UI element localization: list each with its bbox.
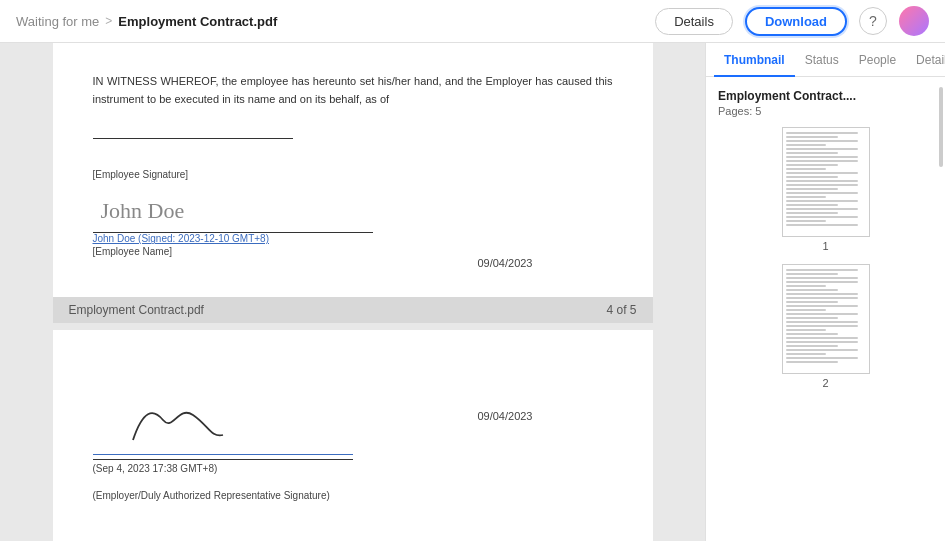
employer-sig-label: (Employer/Duly Authorized Representative… [93,490,613,501]
page4-underline [93,124,293,139]
main-layout: IN WITNESS WHEREOF, the employee has her… [0,43,945,541]
signature-block: [Employee Signature] John Doe John Doe (… [93,169,613,257]
employee-sig-label: [Employee Signature] [93,169,613,180]
download-button[interactable]: Download [745,7,847,36]
doc-page-4: IN WITNESS WHEREOF, the employee has her… [53,43,653,297]
breadcrumb-waiting[interactable]: Waiting for me [16,14,99,29]
page-4-footer: Employment Contract.pdf 4 of 5 [53,297,653,323]
thumbnail-title: Employment Contract.... [718,89,933,103]
breadcrumb-separator: > [105,14,112,28]
sig-date-right: 09/04/2023 [477,257,532,269]
signed-text[interactable]: John Doe (Signed: 2023-12-10 GMT+8) [93,233,613,244]
thumb-num-2: 2 [718,377,933,389]
employer-sig-svg [93,400,273,450]
tab-thumbnail[interactable]: Thumbnail [714,43,795,77]
employer-sig-graphic [93,400,353,455]
thumbnail-pages: Pages: 5 [718,105,933,117]
app-header: Waiting for me > Employment Contract.pdf… [0,0,945,43]
page4-intro-text: IN WITNESS WHEREOF, the employee has her… [93,73,613,108]
thumb-num-1: 1 [718,240,933,252]
thumb-img-1 [782,127,870,237]
thumb-item-1[interactable]: 1 [718,127,933,252]
page-5-wrapper: (Sep 4, 2023 17:38 GMT+8) (Employer/Duly… [0,330,705,541]
page5-date-right: 09/04/2023 [477,410,532,422]
page-4-wrapper: IN WITNESS WHEREOF, the employee has her… [0,43,705,323]
footer-filename: Employment Contract.pdf [69,303,204,317]
employee-name-label: [Employee Name] [93,246,613,257]
scrollbar-track[interactable] [939,77,943,541]
panel-tabs: Thumbnail Status People Details [706,43,945,77]
thumb-item-2[interactable]: 2 [718,264,933,389]
tab-details[interactable]: Details [906,43,945,77]
breadcrumb-filename: Employment Contract.pdf [118,14,277,29]
right-panel: Thumbnail Status People Details Employme… [705,43,945,541]
breadcrumb: Waiting for me > Employment Contract.pdf [16,14,277,29]
doc-page-5: (Sep 4, 2023 17:38 GMT+8) (Employer/Duly… [53,330,653,541]
footer-pages: 4 of 5 [606,303,636,317]
document-viewer[interactable]: IN WITNESS WHEREOF, the employee has her… [0,43,705,541]
tab-status[interactable]: Status [795,43,849,77]
scrollbar-thumb[interactable] [939,87,943,167]
employee-sig-name: John Doe [93,198,185,224]
thumb-img-2 [782,264,870,374]
help-icon[interactable]: ? [859,7,887,35]
avatar[interactable] [899,6,929,36]
employer-sig-area: (Sep 4, 2023 17:38 GMT+8) (Employer/Duly… [93,400,613,501]
sig-date-label: (Sep 4, 2023 17:38 GMT+8) [93,459,353,474]
tab-people[interactable]: People [849,43,906,77]
employee-sig-line: John Doe [93,188,373,233]
panel-body: Employment Contract.... Pages: 5 [706,77,945,541]
details-button[interactable]: Details [655,8,733,35]
